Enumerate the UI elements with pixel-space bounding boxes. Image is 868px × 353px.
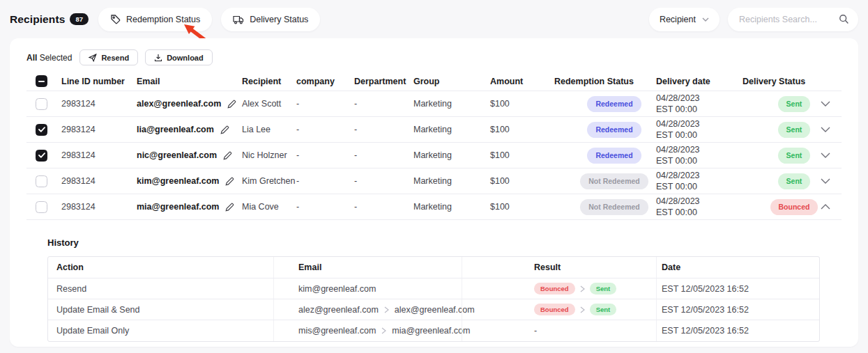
- truck-icon: [233, 15, 244, 24]
- amount-cell: $100: [490, 176, 554, 186]
- recipient-filter-dropdown[interactable]: Recipient: [649, 8, 719, 31]
- chevron-down-icon: [702, 17, 709, 22]
- line-id-cell: 2983124: [61, 202, 137, 212]
- company-cell: -: [296, 150, 354, 160]
- recipients-card: All Selected Resend Download Line ID num…: [10, 38, 858, 347]
- line-id-cell: 2983124: [61, 125, 137, 134]
- row-chevron-icon[interactable]: [821, 152, 830, 158]
- table-row: 2983124 lia@greenleaf.com Lia Lee - - Ma…: [26, 117, 842, 143]
- download-button[interactable]: Download: [145, 49, 213, 65]
- email-cell: lia@greenleaf.com: [137, 125, 214, 134]
- col-header-amount: Amount: [490, 77, 554, 86]
- row-checkbox[interactable]: [36, 150, 47, 162]
- department-cell: -: [354, 150, 413, 160]
- row-chevron-icon[interactable]: [821, 204, 830, 210]
- recipients-table: Line ID number Email Recipient company D…: [26, 72, 842, 220]
- resend-button[interactable]: Resend: [79, 49, 138, 65]
- history-result-cell: - -: [462, 320, 656, 341]
- company-cell: -: [296, 99, 354, 109]
- history-row: Resend kim@greenleaf.com Bounced Sent Bo…: [48, 279, 819, 299]
- edit-email-icon[interactable]: [225, 177, 234, 186]
- recipient-cell: Kim Gretchen: [242, 176, 296, 186]
- email-cell: mia@greenleaf.com: [137, 202, 219, 212]
- row-chevron-icon[interactable]: [821, 101, 830, 107]
- edit-email-icon[interactable]: [223, 151, 232, 160]
- delivery-status-badge: Bounced: [770, 199, 818, 215]
- company-cell: -: [296, 176, 354, 186]
- search-input[interactable]: [739, 15, 839, 24]
- history-col-date: Date: [656, 257, 820, 278]
- amount-cell: $100: [490, 150, 554, 160]
- history-date-cell: EST 12/05/2023 16:52: [656, 299, 820, 320]
- history-result-to: Sent: [590, 304, 617, 315]
- download-icon: [154, 54, 162, 62]
- redemption-status-label: Redemption Status: [126, 15, 200, 24]
- line-id-cell: 2983124: [61, 99, 137, 109]
- redemption-status-badge: Redeemed: [587, 122, 641, 138]
- redemption-status-button[interactable]: Redemption Status: [98, 8, 212, 31]
- amount-cell: $100: [490, 202, 554, 212]
- history-email-from: mis@greenleaf.com: [298, 326, 376, 336]
- row-checkbox[interactable]: [36, 98, 47, 110]
- company-cell: -: [296, 202, 354, 212]
- col-header-group: Group: [413, 77, 490, 86]
- recipients-count-badge: 87: [70, 13, 89, 25]
- history-result-badges: Bounced Sent: [534, 283, 616, 295]
- row-checkbox[interactable]: [36, 201, 47, 213]
- history-email-from: kim@greenleaf.com: [298, 284, 376, 294]
- history-result-arrow-icon: [580, 306, 585, 313]
- delivery-date-cell: 04/28/2023 EST 00:00: [656, 170, 743, 193]
- group-cell: Marketing: [413, 176, 490, 186]
- group-cell: Marketing: [413, 202, 490, 212]
- email-cell: alex@greenleaf.com: [137, 99, 221, 109]
- history-email-cell: alez@greenleaf.com alex@greenleaf.com: [273, 299, 462, 320]
- recipient-cell: Lia Lee: [242, 125, 296, 134]
- page-title: Recipients: [10, 13, 65, 26]
- col-header-department: Derpartment: [354, 77, 413, 86]
- department-cell: -: [354, 176, 413, 186]
- row-chevron-icon[interactable]: [821, 178, 830, 184]
- delivery-status-button[interactable]: Delivery Status: [221, 8, 320, 31]
- history-email-from: alez@greenleaf.com: [298, 305, 379, 315]
- history-result-cell: Bounced Sent Bounced: [462, 279, 656, 299]
- history-col-action: Action: [48, 257, 273, 278]
- row-checkbox[interactable]: [36, 175, 47, 187]
- history-result-badges: Bounced Sent: [534, 304, 616, 315]
- row-chevron-icon[interactable]: [821, 127, 830, 132]
- history-table: Action Email Result Date Resend kim@gree…: [47, 256, 820, 342]
- topbar: Recipients 87 Redemption Status Delivery…: [0, 0, 868, 38]
- history-col-result: Result: [462, 257, 656, 278]
- history-date-cell: EST 12/05/2023 16:52: [656, 320, 820, 341]
- delivery-date-cell: 04/28/2023 EST 00:00: [656, 118, 743, 141]
- department-cell: -: [354, 125, 413, 134]
- resend-label: Resend: [101, 54, 129, 62]
- history-title: History: [47, 237, 842, 248]
- col-header-email: Email: [137, 77, 242, 86]
- edit-email-icon[interactable]: [225, 203, 234, 212]
- col-header-line-id: Line ID number: [61, 77, 137, 86]
- row-checkbox[interactable]: [36, 124, 47, 136]
- table-row: 2983124 kim@greenleaf.com Kim Gretchen -…: [26, 168, 842, 194]
- delivery-status-label: Delivery Status: [250, 15, 308, 24]
- select-all-checkbox[interactable]: [36, 75, 47, 87]
- delivery-status-badge: Sent: [778, 122, 811, 138]
- history-header-row: Action Email Result Date: [48, 257, 819, 279]
- history-result-arrow-icon: [580, 285, 585, 292]
- table-row: 2983124 alex@greenleaf.com Alex Scott - …: [26, 91, 842, 117]
- delivery-date-cell: 04/28/2023 EST 00:00: [656, 93, 743, 116]
- history-result-dash: -: [534, 326, 537, 336]
- history-result-to: Sent: [590, 283, 617, 295]
- col-header-delivery-date: Delivery date: [656, 77, 743, 86]
- col-header-redemption-status: Redemption Status: [554, 77, 656, 86]
- group-cell: Marketing: [413, 150, 490, 160]
- amount-cell: $100: [490, 125, 554, 134]
- check-icon: [38, 127, 45, 132]
- history-email-to: mia@greenleaf.com: [392, 326, 470, 336]
- group-cell: Marketing: [413, 99, 490, 109]
- edit-email-icon[interactable]: [220, 125, 229, 134]
- history-email-cell: kim@greenleaf.com: [273, 279, 462, 299]
- edit-email-icon[interactable]: [227, 100, 236, 109]
- recipient-cell: Mia Cove: [242, 202, 296, 212]
- department-cell: -: [354, 202, 413, 212]
- search-box[interactable]: [728, 8, 858, 31]
